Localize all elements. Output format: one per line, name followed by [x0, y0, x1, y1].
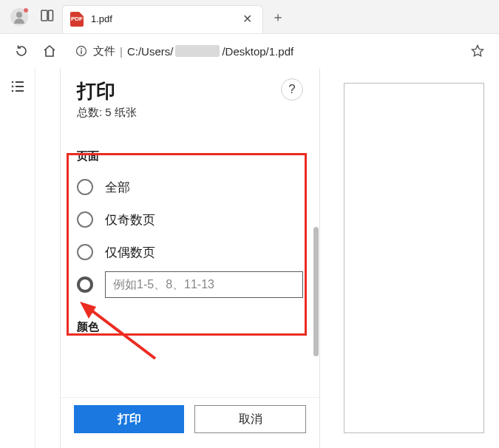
- tab-title: 1.pdf: [91, 13, 240, 24]
- svg-rect-10: [16, 90, 24, 92]
- address-path-suffix: /Desktop/1.pdf: [222, 45, 293, 58]
- page-preview: [344, 83, 484, 433]
- pages-custom-input[interactable]: [105, 271, 303, 298]
- svg-rect-4: [81, 50, 82, 54]
- pages-label-all: 全部: [105, 179, 130, 196]
- pages-radio-custom[interactable]: [77, 276, 93, 293]
- pages-radio-even[interactable]: [77, 244, 93, 260]
- pages-radio-odd[interactable]: [77, 211, 93, 228]
- panel-scrollbar[interactable]: [313, 227, 319, 356]
- svg-point-7: [11, 86, 13, 88]
- pages-radio-all[interactable]: [77, 179, 93, 195]
- address-bar[interactable]: 文件 | C:/Users/ /Desktop/1.pdf: [68, 39, 459, 63]
- tab-strip-icon[interactable]: [40, 8, 55, 25]
- table-of-contents-icon[interactable]: [10, 78, 26, 97]
- help-button[interactable]: ?: [281, 78, 303, 101]
- svg-rect-8: [16, 86, 24, 87]
- browser-tab[interactable]: PDF 1.pdf ✕: [62, 5, 263, 33]
- svg-point-5: [11, 81, 13, 84]
- pages-label-even: 仅偶数页: [105, 244, 155, 261]
- favorite-button[interactable]: [466, 39, 489, 63]
- color-section-label: 颜色: [77, 320, 303, 334]
- print-dialog-title: 打印: [77, 78, 137, 104]
- address-protocol-label: 文件: [93, 44, 115, 58]
- tab-close-button[interactable]: ✕: [240, 10, 255, 27]
- print-dialog: 打印 总数: 5 纸张 ? 页面 全部 仅奇数页 仅偶数页: [61, 68, 319, 448]
- new-tab-button[interactable]: ＋: [268, 7, 288, 27]
- print-dialog-summary: 总数: 5 纸张: [77, 106, 137, 120]
- svg-point-9: [11, 90, 13, 92]
- svg-rect-6: [16, 81, 24, 83]
- address-path-redacted: [175, 45, 220, 57]
- home-button[interactable]: [38, 39, 61, 63]
- refresh-button[interactable]: [10, 39, 33, 63]
- address-path-prefix: C:/Users/: [127, 45, 174, 58]
- pages-section-label: 页面: [77, 149, 303, 163]
- pdf-favicon-icon: PDF: [70, 12, 84, 27]
- svg-point-3: [81, 48, 82, 50]
- address-separator: |: [120, 45, 123, 58]
- profile-avatar-icon[interactable]: [10, 8, 28, 26]
- svg-rect-1: [49, 10, 53, 21]
- svg-rect-0: [41, 10, 47, 21]
- pages-label-odd: 仅奇数页: [105, 211, 155, 228]
- cancel-button[interactable]: 取消: [194, 405, 306, 433]
- print-button[interactable]: 打印: [74, 405, 184, 433]
- info-icon: [75, 45, 87, 57]
